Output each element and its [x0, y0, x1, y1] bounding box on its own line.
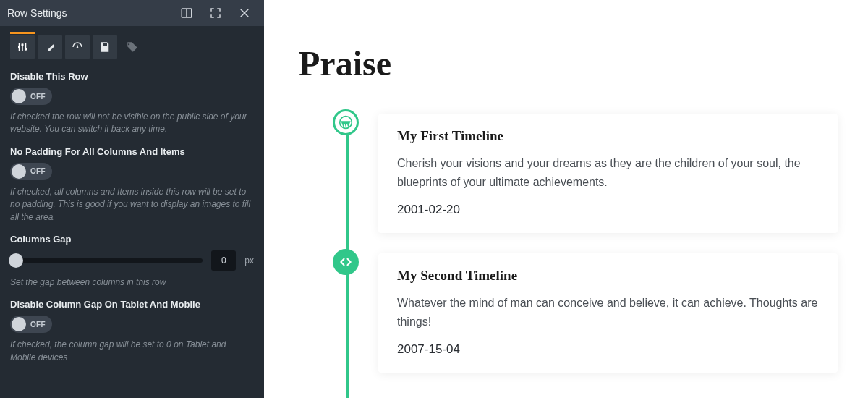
toggle-state: OFF [30, 93, 46, 101]
timeline-card[interactable]: My Second Timeline Whatever the mind of … [378, 253, 838, 373]
columns-gap-slider[interactable] [10, 258, 203, 263]
timeline-title: My Second Timeline [397, 268, 819, 284]
expand-icon[interactable] [203, 1, 228, 25]
timeline-item: My Second Timeline Whatever the mind of … [378, 253, 838, 373]
slider-thumb[interactable] [9, 253, 23, 268]
toggle-knob [12, 89, 26, 103]
field-label: Columns Gap [10, 234, 254, 245]
panel-column-layout-icon[interactable] [174, 1, 199, 25]
field-label: Disable Column Gap On Tablet And Mobile [10, 299, 254, 310]
unit-label: px [244, 255, 254, 266]
content-preview: Praise My First Timeline Cherish your vi… [264, 0, 868, 398]
svg-rect-4 [18, 46, 20, 48]
toggle-knob [12, 164, 26, 179]
field-columns-gap: Columns Gap px Set the gap between colum… [10, 234, 254, 289]
timeline-card[interactable]: My First Timeline Cherish your visions a… [378, 114, 838, 233]
svg-rect-6 [25, 48, 27, 51]
toggle-state: OFF [30, 321, 46, 329]
tab-general[interactable] [10, 35, 35, 59]
field-disable-gap-mobile: Disable Column Gap On Tablet And Mobile … [10, 299, 254, 364]
panel-tabs [10, 35, 254, 59]
close-icon[interactable] [232, 1, 257, 25]
timeline-desc: Whatever the mind of man can conceive an… [397, 294, 819, 331]
tab-style[interactable] [38, 35, 62, 59]
panel-title: Row Settings [7, 7, 170, 19]
columns-gap-input[interactable] [211, 250, 236, 271]
toggle-no-padding[interactable]: OFF [10, 163, 52, 180]
timeline: My First Timeline Cherish your visions a… [299, 114, 838, 373]
toggle-disable-gap-mobile[interactable]: OFF [10, 316, 52, 333]
toggle-knob [12, 317, 26, 331]
timeline-date: 2007-15-04 [397, 342, 819, 357]
field-label: Disable This Row [10, 71, 254, 82]
help-text: If checked the row will not be visible o… [10, 111, 254, 136]
help-text: If checked, the column gap will be set t… [10, 339, 254, 364]
field-no-padding: No Padding For All Columns And Items OFF… [10, 146, 254, 224]
panel-body: Disable This Row OFF If checked the row … [0, 26, 264, 389]
field-disable-row: Disable This Row OFF If checked the row … [10, 71, 254, 136]
timeline-title: My First Timeline [397, 128, 819, 144]
page-title: Praise [299, 43, 838, 83]
code-icon [333, 249, 359, 275]
panel-header: Row Settings [0, 0, 264, 26]
toggle-disable-row[interactable]: OFF [10, 88, 52, 105]
toggle-state: OFF [30, 167, 46, 175]
help-text: Set the gap between columns in this row [10, 276, 254, 289]
field-label: No Padding For All Columns And Items [10, 146, 254, 157]
timeline-desc: Cherish your visions and your dreams as … [397, 154, 819, 191]
tab-tag[interactable] [120, 35, 145, 59]
tab-performance[interactable] [65, 35, 90, 59]
row-settings-panel: Row Settings [0, 0, 264, 398]
wordpress-icon [333, 109, 359, 135]
timeline-date: 2001-02-20 [397, 203, 819, 217]
timeline-item: My First Timeline Cherish your visions a… [378, 114, 838, 233]
svg-rect-5 [22, 44, 24, 46]
help-text: If checked, all columns and Items inside… [10, 186, 254, 224]
tab-save[interactable] [93, 35, 117, 59]
